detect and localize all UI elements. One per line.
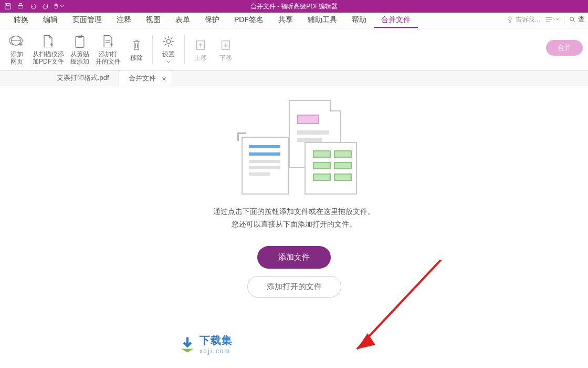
qat-redo-icon[interactable] [40,1,51,12]
qat-print-icon[interactable] [15,1,26,12]
find-label: 查 [578,15,585,24]
find-button[interactable]: 查 [564,15,585,24]
empty-state: 通过点击下面的按钮添加文件或在这里拖放文件。 您还可以直接从下面添加打开的文件。… [213,100,375,298]
qat-hand-icon[interactable] [52,1,64,12]
svg-point-5 [570,17,574,21]
file-plus-icon [41,34,55,49]
ribbon-right-controls: 告诉我… 查 [506,15,585,24]
qat-undo-icon[interactable] [27,1,39,12]
svg-rect-0 [5,4,11,9]
ribbon-tab-convert[interactable]: 转换 [6,12,36,28]
main-canvas: 通过点击下面的按钮添加文件或在这里拖放文件。 您还可以直接从下面添加打开的文件。… [0,86,588,368]
gear-icon [162,34,175,49]
titlebar: 合并文件 - 福昕高级PDF编辑器 [0,0,588,13]
add-open-files-button[interactable]: 添加打开的文件 [247,276,341,298]
cmd-move-up[interactable]: 上移 [188,35,213,64]
arrow-down-icon [220,37,232,53]
empty-hint-line1: 通过点击下面的按钮添加文件或在这里拖放文件。 [213,205,375,218]
ribbon-tab-protect[interactable]: 保护 [197,12,227,28]
cmd-label: 从扫描仪添加PDF文件 [33,50,64,65]
svg-point-4 [509,21,511,23]
illus-page-2 [242,137,289,195]
document-tabs: 支票打印格式.pdf 合并文件 × [0,70,588,86]
doc-tab-label: 合并文件 [129,74,156,82]
cmd-label: 上移 [194,54,207,62]
ribbon-tab-annotate[interactable]: 注释 [109,12,139,28]
cmd-label: 添加网页 [10,50,23,65]
watermark-text: 下载集 [200,333,233,347]
svg-rect-1 [6,4,9,6]
tell-me-search[interactable]: 告诉我… [506,15,541,24]
merge-button[interactable]: 合并 [546,40,583,56]
ribbon-tab-share[interactable]: 共享 [271,12,300,28]
separator [184,35,185,64]
ribbon-tab-pages[interactable]: 页面管理 [65,12,109,28]
globe-plus-icon [9,34,24,49]
cmd-add-open-files[interactable]: 添加打开的文件 [92,32,124,67]
ribbon-tab-view[interactable]: 视图 [139,12,168,28]
cmd-label: 移除 [130,54,143,62]
cmd-move-down[interactable]: 下移 [213,35,238,64]
options-dropdown-icon[interactable] [545,16,560,23]
cmd-label: 从剪贴板添加 [70,50,89,65]
add-files-button[interactable]: 添加文件 [257,246,331,269]
tell-me-placeholder: 告诉我… [516,15,541,24]
qat-save-icon[interactable] [2,1,14,12]
empty-hint-line2: 您还可以直接从下面添加打开的文件。 [213,218,375,230]
cmd-add-from-scanner[interactable]: 从扫描仪添加PDF文件 [29,32,67,67]
watermark-url: xzji.com [200,347,233,355]
svg-rect-7 [76,36,84,47]
ribbon-tab-a11y[interactable]: 辅助工具 [300,12,344,28]
ribbon-tab-combine[interactable]: 合并文件 [374,12,418,28]
ribbon-tab-edit[interactable]: 编辑 [36,12,65,28]
cmd-add-from-clipboard[interactable]: 从剪贴板添加 [67,32,92,67]
ribbon-tab-form[interactable]: 表单 [168,12,197,28]
download-icon [178,335,196,353]
file-open-plus-icon [101,34,115,49]
svg-point-9 [166,39,170,43]
separator [152,35,153,64]
clipboard-icon [74,34,86,49]
close-icon[interactable]: × [162,75,166,83]
cmd-add-webpage[interactable]: 添加网页 [4,32,29,67]
trash-icon [130,37,143,53]
empty-illustration [231,100,357,195]
cmd-label: 设置 [162,50,175,65]
doc-tab-combine[interactable]: 合并文件 × [119,70,172,86]
ribbon-tabs: 转换 编辑 页面管理 注释 视图 表单 保护 PDF签名 共享 辅助工具 帮助 … [0,13,588,28]
ribbon-commands: 添加网页 从扫描仪添加PDF文件 从剪贴板添加 添加打开的文件 移除 设置 上移… [0,28,588,70]
arrow-up-icon [195,37,206,53]
quick-access-toolbar [0,1,64,12]
illus-page-3 [304,142,357,195]
doc-tab-pdf[interactable]: 支票打印格式.pdf [47,70,119,86]
ribbon-tab-sign[interactable]: PDF签名 [227,12,271,28]
cmd-remove[interactable]: 移除 [124,35,149,64]
ribbon-tab-help[interactable]: 帮助 [344,12,374,28]
cmd-settings[interactable]: 设置 [156,32,181,67]
watermark: 下载集 xzji.com [178,333,233,355]
window-title: 合并文件 - 福昕高级PDF编辑器 [250,2,338,11]
cmd-label: 添加打开的文件 [96,50,121,65]
svg-rect-2 [18,5,23,8]
cmd-label: 下移 [219,54,232,62]
svg-rect-3 [19,4,22,6]
